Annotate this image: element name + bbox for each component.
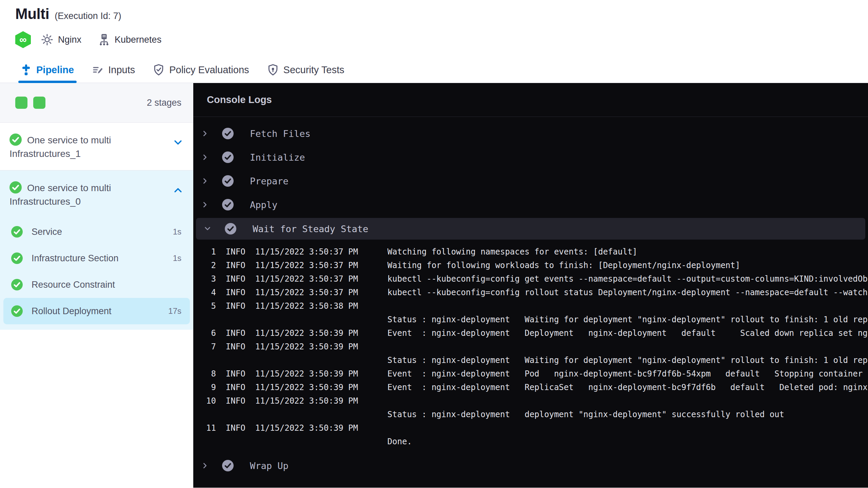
log-line: 7 INFO 11/15/2022 3:50:39 PM [193, 340, 868, 353]
log-line: 2 INFO 11/15/2022 3:50:37 PM Waiting for… [193, 259, 868, 272]
console-step-label: Wait for Steady State [253, 224, 368, 234]
step-success-icon [222, 460, 234, 471]
step-success-icon [222, 151, 234, 163]
stage-header[interactable]: One service to multi Infrastructures_0 [0, 170, 193, 218]
log-line: Status : nginx-deployment Waiting for de… [193, 313, 868, 326]
console-panel: Console Logs Fetch Files Initialize Prep… [193, 83, 868, 488]
console-step-initialize[interactable]: Initialize [193, 145, 868, 169]
success-check-icon [9, 181, 22, 194]
service-label: Nginx [58, 35, 81, 45]
step-duration: 1s [173, 227, 181, 237]
console-step-label: Wrap Up [250, 461, 289, 471]
step-success-icon [222, 128, 234, 139]
tab-inputs[interactable]: Inputs [92, 57, 135, 83]
step-name: Resource Constraint [32, 280, 181, 290]
console-step-prepare[interactable]: Prepare [193, 169, 868, 193]
chevron-right-icon[interactable] [201, 201, 209, 208]
step-success-icon [225, 223, 236, 235]
step-name: Infrastructure Section [32, 253, 173, 264]
inputs-icon [92, 64, 103, 75]
infrastructure-label: Kubernetes [115, 35, 161, 45]
log-line: Status : nginx-deployment Waiting for de… [193, 353, 868, 367]
tab-security-tests[interactable]: Security Tests [268, 57, 344, 83]
pipeline-icon [21, 64, 31, 75]
log-line: 6 INFO 11/15/2022 3:50:39 PM Event : ngi… [193, 326, 868, 340]
execution-id: (Execution Id: 7) [55, 11, 121, 21]
log-line: Done. [193, 435, 868, 448]
stage-card-0: One service to multi Infrastructures_1 [0, 123, 193, 170]
step-list: Service1s Infrastructure Section1s Resou… [0, 218, 193, 330]
chevron-right-icon[interactable] [201, 154, 209, 161]
step-row-rollout-deployment[interactable]: Rollout Deployment17s [3, 298, 190, 324]
security-tests-icon [268, 64, 278, 76]
log-line: 4 INFO 11/15/2022 3:50:37 PM kubectl --k… [193, 286, 868, 299]
log-line: 3 INFO 11/15/2022 3:50:37 PM kubectl --k… [193, 272, 868, 286]
tab-pipeline[interactable]: Pipeline [21, 57, 74, 83]
log-line: 9 INFO 11/15/2022 3:50:39 PM Event : ngi… [193, 381, 868, 394]
console-step-label: Prepare [250, 176, 289, 186]
log-lines: 1 INFO 11/15/2022 3:50:37 PM Watching fo… [193, 241, 868, 454]
tab-bar: Pipeline Inputs Policy Evaluations Secur… [0, 57, 868, 83]
title-row: Multi (Execution Id: 7) [15, 0, 868, 22]
step-row-service[interactable]: Service1s [0, 219, 193, 245]
console-step-label: Apply [250, 200, 277, 210]
kubernetes-icon [98, 34, 110, 46]
step-name: Rollout Deployment [32, 306, 168, 317]
success-check-icon [11, 226, 23, 238]
log-line: 11 INFO 11/15/2022 3:50:39 PM [193, 421, 868, 435]
stage-list: One service to multi Infrastructures_1 O… [0, 123, 193, 330]
step-duration: 17s [168, 306, 181, 316]
success-check-icon [11, 305, 23, 317]
log-line: 1 INFO 11/15/2022 3:50:37 PM Watching fo… [193, 245, 868, 259]
tab-label: Inputs [108, 64, 135, 76]
main-split: 2 stages One service to multi Infrastruc… [0, 83, 868, 488]
step-success-icon [222, 199, 234, 210]
stages-sidebar: 2 stages One service to multi Infrastruc… [0, 83, 193, 488]
console-body: Fetch Files Initialize Prepare Apply Wai… [193, 117, 868, 477]
chevron-up-icon[interactable] [173, 185, 183, 199]
infrastructure-link[interactable]: Kubernetes [98, 34, 161, 46]
stage-header[interactable]: One service to multi Infrastructures_1 [0, 123, 193, 170]
console-logs-title: Console Logs [193, 83, 868, 117]
execution-header: Multi (Execution Id: 7) ∞ Nginx Kubernet… [0, 0, 868, 57]
console-step-apply[interactable]: Apply [193, 193, 868, 217]
stage-square[interactable] [33, 97, 45, 109]
console-step-wrap-up[interactable]: Wrap Up [193, 454, 868, 477]
stage-squares [15, 97, 51, 109]
service-link[interactable]: Nginx [41, 34, 81, 46]
chevron-down-icon[interactable] [173, 138, 183, 151]
console-step-label: Fetch Files [250, 128, 311, 139]
log-line: 8 INFO 11/15/2022 3:50:39 PM Event : ngi… [193, 367, 868, 381]
console-step-wait-for-steady-state[interactable]: Wait for Steady State [196, 218, 865, 240]
step-row-infrastructure-section[interactable]: Infrastructure Section1s [0, 245, 193, 271]
stages-summary: 2 stages [0, 83, 193, 123]
chevron-right-icon[interactable] [201, 177, 209, 185]
meta-row: ∞ Nginx Kubernetes [15, 31, 868, 48]
success-check-icon [11, 252, 23, 264]
success-check-icon [11, 279, 23, 290]
tab-label: Security Tests [283, 64, 344, 76]
chevron-down-icon[interactable] [204, 225, 212, 232]
step-row-resource-constraint[interactable]: Resource Constraint [0, 271, 193, 298]
step-duration: 1s [173, 253, 181, 263]
chevron-right-icon[interactable] [201, 462, 209, 469]
tab-label: Policy Evaluations [169, 64, 249, 76]
policy-evaluations-icon [153, 64, 164, 76]
success-check-icon [9, 134, 22, 146]
stages-count: 2 stages [147, 98, 181, 108]
console-step-label: Initialize [250, 152, 305, 163]
log-line: 10 INFO 11/15/2022 3:50:39 PM [193, 394, 868, 408]
step-name: Service [32, 227, 173, 237]
stage-card-1: One service to multi Infrastructures_0 S… [0, 170, 193, 330]
console-step-fetch-files[interactable]: Fetch Files [193, 122, 868, 145]
page-title: Multi [15, 5, 49, 22]
stage-square[interactable] [15, 97, 27, 109]
harness-cd-icon: ∞ [15, 31, 31, 48]
log-line: 5 INFO 11/15/2022 3:50:38 PM [193, 299, 868, 313]
gear-icon [41, 34, 53, 46]
chevron-right-icon[interactable] [201, 130, 209, 137]
log-line: Status : nginx-deployment deployment "ng… [193, 408, 868, 421]
tab-policy-evaluations[interactable]: Policy Evaluations [153, 57, 249, 83]
tab-label: Pipeline [36, 64, 74, 76]
step-success-icon [222, 175, 234, 187]
